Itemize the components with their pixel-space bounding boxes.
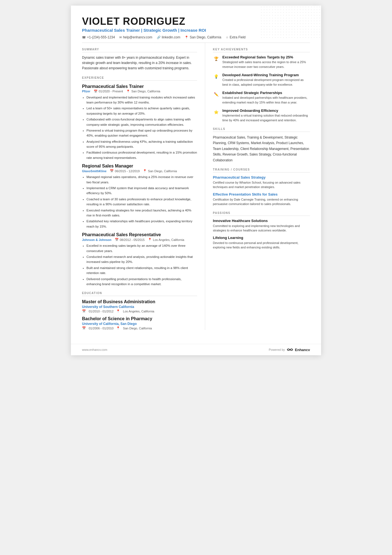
experience-section: EXPERIENCE Pharmaceutical Sales Trainer … (82, 76, 197, 287)
trophy-icon: 🏆 (213, 55, 220, 62)
degree-1-school: University of Southern California (82, 305, 197, 309)
job-3-location: 📍 Los Angeles, California (148, 238, 184, 241)
degree-2-title: Bachelor of Science in Pharmacy (82, 316, 197, 321)
training-heading: TRAINING / COURSES (213, 168, 310, 172)
achievement-2-text: Developed Award-Winning Training Program… (222, 73, 310, 87)
achievement-3-title: Established Strategic Partnerships (222, 91, 310, 95)
summary-heading: SUMMARY (82, 48, 197, 52)
job-1-meta: Pfizer 📅 01/2020 - Present 📍 San Diego, … (82, 90, 197, 93)
footer: www.enhancv.com Powered by Enhancv (71, 344, 321, 355)
passion-1-desc: Committed to exploring and implementing … (213, 224, 310, 233)
achievement-1-title: Exceeded Regional Sales Targets by 25% (222, 55, 310, 59)
achievements-heading: KEY ACHIEVEMENTS (213, 48, 310, 52)
summary-section: SUMMARY Dynamic sales trainer with 8+ ye… (82, 48, 197, 71)
list-item: Managed regional sales operations, drivi… (86, 174, 197, 185)
calendar-icon: 📅 (82, 326, 86, 330)
job-3-title: Pharmaceutical Sales Representative (82, 232, 197, 237)
list-item: Collaborated with cross-functional depar… (86, 117, 197, 127)
list-item: Delivered compelling product presentatio… (86, 277, 197, 287)
degree-1-title: Master of Business Administration (82, 299, 197, 304)
job-1-company: Pfizer (82, 90, 90, 93)
list-item: Executed marketing strategies for new pr… (86, 208, 197, 218)
job-3: Pharmaceutical Sales Representative John… (82, 232, 197, 287)
skills-heading: SKILLS (213, 127, 310, 132)
job-3-company: Johnson & Johnson (82, 238, 111, 241)
achievement-3: ✏️ Established Strategic Partnerships In… (213, 91, 310, 105)
pin-icon: 📍 (126, 90, 130, 93)
achievements-section: KEY ACHIEVEMENTS 🏆 Exceeded Regional Sal… (213, 48, 310, 122)
star-icon: ⭐ (213, 109, 220, 115)
training-section: TRAINING / COURSES Pharmaceutical Sales … (213, 168, 310, 206)
star-icon: ☆ (226, 36, 229, 39)
list-item: Developed and implemented tailored train… (86, 95, 197, 105)
list-item: Built and maintained strong client relat… (86, 265, 197, 276)
pencil-icon: ✏️ (213, 91, 220, 98)
course-2-title: Effective Presentation Skills for Sales (213, 192, 310, 196)
summary-text: Dynamic sales trainer with 8+ years in p… (82, 55, 197, 71)
list-item: Established key relationships with healt… (86, 219, 197, 229)
passion-1-title: Innovative Healthcare Solutions (213, 219, 310, 223)
list-item: Coached a team of 30 sales professionals… (86, 197, 197, 207)
course-2: Effective Presentation Skills for Sales … (213, 192, 310, 206)
list-item: Implemented a CRM system that improved d… (86, 186, 197, 196)
job-1-dates: 📅 01/2020 - Present (94, 90, 123, 93)
email-icon: ✉ (119, 36, 122, 39)
pin-icon: 📍 (116, 326, 120, 330)
job-3-bullets: Excelled in exceeding sales targets by a… (82, 243, 197, 287)
achievement-4-title: Improved Onboarding Efficiency (222, 108, 310, 113)
candidate-title: Pharmaceutical Sales Trainer | Strategic… (82, 28, 310, 33)
passions-heading: PASSIONS (213, 211, 310, 216)
brand-name: Enhancv (295, 348, 310, 352)
experience-heading: EXPERIENCE (82, 76, 197, 81)
list-item: Facilitated continuous professional deve… (86, 150, 197, 160)
job-1: Pharmaceutical Sales Trainer Pfizer 📅 01… (82, 84, 197, 161)
contact-linkedin: 🔗 linkedin.com (157, 35, 180, 39)
pin-icon: 📍 (148, 238, 152, 241)
job-3-dates: 📅 08/2012 - 05/2015 (115, 238, 145, 241)
achievement-2: 💡 Developed Award-Winning Training Progr… (213, 73, 310, 87)
contact-bar: ☎ +1-(234)-555-1234 ✉ help@enhancv.com 🔗… (82, 35, 310, 43)
list-item: Pioneered a virtual training program tha… (86, 128, 197, 138)
job-2-title: Regional Sales Manager (82, 164, 197, 169)
skills-section: SKILLS Pharmaceutical Sales, Training & … (213, 127, 310, 163)
list-item: Analyzed training effectiveness using KP… (86, 139, 197, 149)
calendar-icon: 📅 (110, 169, 114, 173)
calendar-icon: 📅 (115, 238, 119, 241)
achievement-4-text: Improved Onboarding Efficiency Implement… (222, 108, 310, 122)
left-column: SUMMARY Dynamic sales trainer with 8+ ye… (82, 43, 205, 330)
footer-url: www.enhancv.com (82, 348, 107, 351)
contact-email: ✉ help@enhancv.com (119, 35, 152, 39)
calendar-icon: 📅 (82, 309, 86, 313)
achievement-4-desc: Implemented a virtual training solution … (222, 113, 310, 122)
degree-1-meta: 📅 01/2010 - 01/2012 📍 Los Angeles, Calif… (82, 309, 197, 313)
achievement-1-text: Exceeded Regional Sales Targets by 25% S… (222, 55, 310, 69)
degree-1: Master of Business Administration Univer… (82, 299, 197, 313)
job-1-bullets: Developed and implemented tailored train… (82, 95, 197, 161)
list-item: Excelled in exceeding sales targets by a… (86, 243, 197, 253)
list-item: Conducted market research and analysis, … (86, 254, 197, 265)
job-3-meta: Johnson & Johnson 📅 08/2012 - 05/2015 📍 … (82, 238, 197, 241)
job-1-location: 📍 San Diego, California (126, 90, 160, 93)
location-icon: 📍 (185, 36, 188, 39)
course-1: Pharmaceutical Sales Strategy Certified … (213, 175, 310, 189)
degree-2-meta: 📅 01/2006 - 01/2010 📍 San Diego, Califor… (82, 326, 197, 330)
header-section: VIOLET RODRIGUEZ Pharmaceutical Sales Tr… (82, 16, 310, 43)
pin-icon: 📍 (116, 309, 120, 313)
degree-2: Bachelor of Science in Pharmacy Universi… (82, 316, 197, 330)
resume-page: VIOLET RODRIGUEZ Pharmaceutical Sales Tr… (71, 6, 321, 355)
contact-location: 📍 San Diego, California (185, 35, 221, 39)
skills-text: Pharmaceutical Sales, Training & Develop… (213, 135, 310, 163)
enhancv-logo-icon (287, 347, 293, 352)
course-1-desc: Certified course by Wharton School, focu… (213, 180, 310, 189)
achievement-1: 🏆 Exceeded Regional Sales Targets by 25%… (213, 55, 310, 69)
achievement-3-text: Established Strategic Partnerships Initi… (222, 91, 310, 105)
achievement-2-title: Developed Award-Winning Training Program (222, 73, 310, 77)
job-2-location: 📍 San Diego, California (143, 169, 177, 173)
job-2-dates: 📅 06/2015 - 12/2019 (110, 169, 140, 173)
education-heading: EDUCATION (82, 292, 197, 296)
pin-icon: 📍 (143, 169, 147, 173)
achievement-2-desc: Created a professional development progr… (222, 78, 310, 87)
candidate-name: VIOLET RODRIGUEZ (82, 16, 310, 27)
job-1-title: Pharmaceutical Sales Trainer (82, 84, 197, 89)
contact-phone: ☎ +1-(234)-555-1234 (82, 35, 115, 39)
